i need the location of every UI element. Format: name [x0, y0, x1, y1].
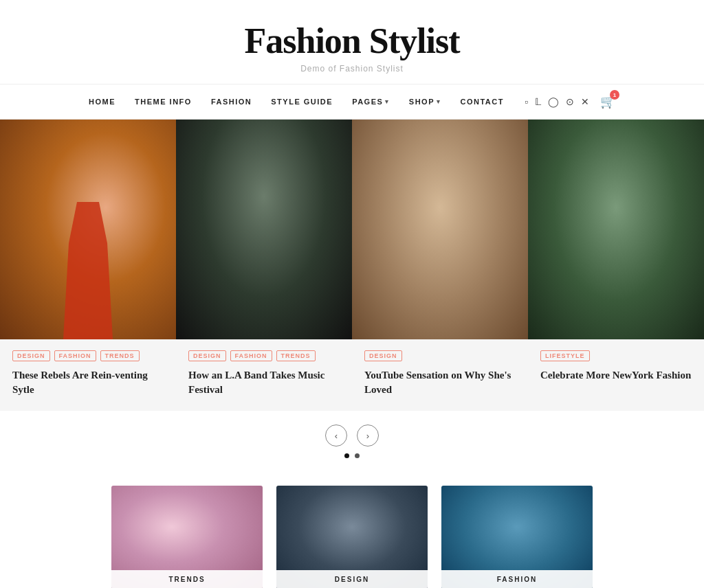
main-nav: HOME THEME INFO FASHION STYLE GUIDE PAGE… — [0, 84, 704, 120]
site-title: Fashion Stylist — [14, 21, 690, 61]
carousel-section: DESIGN FASHION TRENDS These Rebels Are R… — [0, 120, 704, 465]
tag-design-3[interactable]: DESIGN — [364, 350, 402, 361]
site-tagline: Demo of Fashion Stylist — [14, 64, 690, 74]
tag-trends[interactable]: TRENDS — [100, 350, 140, 361]
tag-fashion-2[interactable]: FASHION — [230, 350, 272, 361]
pages-chevron-icon: ▾ — [385, 98, 390, 105]
grid-card-trends[interactable]: TRENDS — [111, 486, 263, 588]
grid-label-trends: TRENDS — [111, 570, 263, 588]
card-4-content: LIFESTYLE Celebrate More NewYork Fashion — [528, 339, 704, 396]
cart-icon[interactable]: 🛒 1 — [600, 94, 615, 109]
site-header: Fashion Stylist Demo of Fashion Stylist — [0, 0, 704, 84]
carousel-nav: ‹ › — [0, 411, 704, 465]
carousel-prev-button[interactable]: ‹ — [325, 425, 347, 446]
carousel-card-4[interactable]: LIFESTYLE Celebrate More NewYork Fashion — [528, 120, 704, 411]
shop-chevron-icon: ▾ — [437, 98, 441, 105]
nav-links: HOME THEME INFO FASHION STYLE GUIDE PAGE… — [89, 98, 504, 106]
card-2-title: How an L.A Band Takes Music Festival — [188, 368, 340, 397]
nav-shop[interactable]: SHOP ▾ — [409, 98, 441, 106]
next-arrow-icon: › — [366, 431, 369, 441]
carousel-card-3[interactable]: DESIGN YouTube Sensation on Why She's Lo… — [352, 120, 528, 411]
nav-style-guide[interactable]: STYLE GUIDE — [271, 98, 333, 106]
card-2-image — [176, 120, 352, 339]
carousel-dots — [0, 453, 704, 458]
nav-social: ▫ 𝕃 ◯ ⊙ ✕ 🛒 1 — [525, 94, 615, 109]
nav-pages[interactable]: PAGES ▾ — [352, 98, 390, 106]
tag-lifestyle[interactable]: LIFESTYLE — [540, 350, 590, 361]
instagram-icon[interactable]: ◯ — [548, 96, 559, 107]
card-3-tags: DESIGN — [364, 350, 516, 361]
dot-2[interactable] — [355, 453, 360, 458]
carousel-card-2[interactable]: DESIGN FASHION TRENDS How an L.A Band Ta… — [176, 120, 352, 411]
nav-home[interactable]: HOME — [89, 98, 116, 106]
tag-fashion[interactable]: FASHION — [54, 350, 96, 361]
nav-fashion[interactable]: FASHION — [211, 98, 252, 106]
facebook-icon[interactable]: ▫ — [525, 96, 528, 107]
card-1-content: DESIGN FASHION TRENDS These Rebels Are R… — [0, 339, 176, 411]
nav-contact[interactable]: CONTACT — [461, 98, 504, 106]
card-4-title: Celebrate More NewYork Fashion — [540, 368, 692, 383]
tag-design[interactable]: DESIGN — [12, 350, 50, 361]
grid-label-design: DESIGN — [276, 570, 428, 588]
card-2-content: DESIGN FASHION TRENDS How an L.A Band Ta… — [176, 339, 352, 411]
card-3-content: DESIGN YouTube Sensation on Why She's Lo… — [352, 339, 528, 411]
bottom-grid-section: TRENDS DESIGN FASHION — [0, 465, 704, 588]
card-3-title: YouTube Sensation on Why She's Loved — [364, 368, 516, 397]
tag-trends-2[interactable]: TRENDS — [276, 350, 316, 361]
x-icon[interactable]: ✕ — [581, 96, 589, 107]
card-2-tags: DESIGN FASHION TRENDS — [188, 350, 340, 361]
pinterest-icon[interactable]: ⊙ — [566, 96, 574, 107]
prev-arrow-icon: ‹ — [335, 431, 338, 441]
carousel-card-1[interactable]: DESIGN FASHION TRENDS These Rebels Are R… — [0, 120, 176, 411]
grid-card-design[interactable]: DESIGN — [276, 486, 428, 588]
card-4-tags: LIFESTYLE — [540, 350, 692, 361]
card-1-tags: DESIGN FASHION TRENDS — [12, 350, 164, 361]
card-3-image — [352, 120, 528, 339]
carousel-next-button[interactable]: › — [357, 425, 379, 446]
cart-badge: 1 — [610, 90, 619, 100]
twitter-icon[interactable]: 𝕃 — [535, 96, 541, 107]
grid-card-fashion[interactable]: FASHION — [441, 486, 593, 588]
card-1-title: These Rebels Are Rein-venting Sytle — [12, 368, 164, 397]
carousel-track: DESIGN FASHION TRENDS These Rebels Are R… — [0, 120, 704, 411]
tag-design-2[interactable]: DESIGN — [188, 350, 226, 361]
grid-label-fashion: FASHION — [441, 570, 593, 588]
dot-1[interactable] — [344, 453, 349, 458]
card-4-image — [528, 120, 704, 339]
carousel-arrows: ‹ › — [0, 425, 704, 446]
card-1-image — [0, 120, 176, 339]
nav-theme-info[interactable]: THEME INFO — [135, 98, 192, 106]
